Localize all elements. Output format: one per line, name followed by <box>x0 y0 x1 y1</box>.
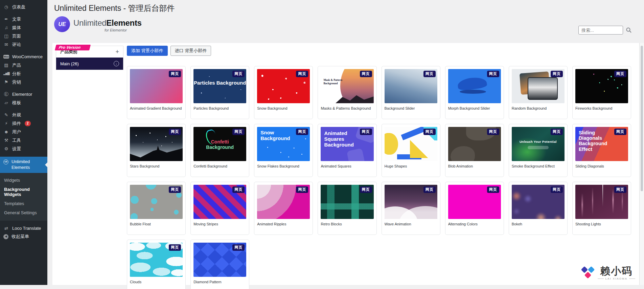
sidebar-item-posts[interactable]: ✒文章 <box>0 15 47 23</box>
download-category-icon[interactable]: ↓ <box>114 61 119 66</box>
sidebar-item-tools[interactable]: ⚒工具 <box>0 136 47 144</box>
search-icon[interactable] <box>626 27 632 33</box>
type-badge: 网页 <box>232 129 245 135</box>
brand-tagline: for Elementor <box>105 28 142 32</box>
widget-card[interactable]: 网页Animated Gradient Background <box>127 66 186 119</box>
sidebar-item-plugins[interactable]: ⚡插件2 <box>0 119 47 128</box>
sidebar-item-dashboard[interactable]: ◷仪表盘 <box>0 3 47 11</box>
sidebar-item-comments[interactable]: ✉评论 <box>0 40 47 49</box>
widget-thumbnail: 网页 <box>385 69 437 103</box>
widget-card[interactable]: 网页Animated Ripples <box>254 182 313 235</box>
type-badge: 网页 <box>487 71 499 77</box>
widget-thumbnail: 网页Snow Background <box>257 127 310 161</box>
sidebar-item-collapse-menu[interactable]: ◀收起菜单 <box>0 232 47 241</box>
widget-card[interactable]: 网页Retro Blocks <box>318 182 376 235</box>
sidebar-footer: ⇄Loco Translate◀收起菜单 <box>0 224 47 241</box>
widget-thumbnail: 网页 <box>512 69 565 103</box>
widget-card[interactable]: 网页Random Background <box>509 66 568 119</box>
sidebar-item-unlimited-elements[interactable]: UE Unlimited Elements <box>0 157 47 173</box>
type-badge: 网页 <box>551 186 563 193</box>
thumbnail-text: Unleash Your Potential <box>512 140 565 143</box>
admin-sidebar: ◷仪表盘✒文章♫媒体◫页面✉评论WooWooCommerce▤产品▂▅▇分析⚑营… <box>0 0 47 285</box>
add-background-widget-button[interactable]: 添加 背景小部件 <box>127 46 168 56</box>
sidebar-item-settings[interactable]: ⚙设置 <box>0 144 47 153</box>
sidebar-item-pages[interactable]: ◫页面 <box>0 32 47 40</box>
widget-card[interactable]: 网页Alternating Colors <box>445 182 504 235</box>
widget-thumbnail: 网页 <box>130 69 183 103</box>
widget-card[interactable]: 网页Blob Animation <box>445 124 504 177</box>
widget-card[interactable]: 网页Unleash Your PotentialSmoke Background… <box>509 124 568 177</box>
widget-card[interactable]: 网页Bokeh <box>509 182 568 235</box>
sidebar-item-loco-translate[interactable]: ⇄Loco Translate <box>0 224 47 232</box>
sidebar-item-appearance[interactable]: ✎外观 <box>0 111 47 119</box>
sidebar-submenu: WidgetsBackground WidgetsTemplatesGenera… <box>0 173 47 221</box>
sidebar-item-analytics[interactable]: ▂▅▇分析 <box>0 69 47 78</box>
submenu-item-background-widgets[interactable]: Background Widgets <box>0 185 47 199</box>
sidebar-item-users[interactable]: ☻用户 <box>0 128 47 136</box>
marketing-icon: ⚑ <box>3 80 9 84</box>
widget-card[interactable]: 网页Particles BackgroundParticles Backgrou… <box>190 66 249 119</box>
widget-thumbnail: 网页Mask & Pattern Background <box>321 69 373 103</box>
type-badge: 网页 <box>169 71 181 77</box>
woocommerce-icon: Woo <box>3 55 9 59</box>
sidebar-item-label: 模板 <box>12 100 21 106</box>
widget-card[interactable]: 网页ConfettiBackgroundConfetti Background <box>190 124 249 177</box>
sidebar-item-templates[interactable]: ▱模板 <box>0 98 47 107</box>
sidebar-item-label: 页面 <box>12 33 21 39</box>
widget-card[interactable]: 网页Moving Stripes <box>190 182 249 235</box>
widget-card[interactable]: 网页Animated Squares BackgroundAnimated Sq… <box>318 124 376 177</box>
sidebar-item-media[interactable]: ♫媒体 <box>0 23 47 32</box>
sidebar-menu-group: ✎外观⚡插件2☻用户⚒工具⚙设置 <box>0 111 47 153</box>
category-item-main[interactable]: Main (26) ↓ <box>56 58 123 70</box>
watermark-subtext: LAI XIAOMA <box>598 277 635 280</box>
sidebar-item-products[interactable]: ▤产品 <box>0 61 47 69</box>
widget-thumbnail: 网页Particles Background <box>193 69 246 103</box>
widget-card[interactable]: 网页Sliding Diagonals Background EffectSli… <box>572 124 631 177</box>
widget-card[interactable]: 网页Huge Shapes <box>382 124 440 177</box>
widget-label: Retro Blocks <box>321 222 373 226</box>
add-category-button[interactable]: + <box>115 49 119 55</box>
widget-card[interactable]: 网页Snow Background <box>254 66 313 119</box>
widget-thumbnail: 网页 <box>575 185 628 219</box>
loco-translate-icon: ⇄ <box>3 226 9 230</box>
submenu-item-templates[interactable]: Templates <box>0 199 47 208</box>
sidebar-item-label: 产品 <box>12 62 21 68</box>
watermark-text: 赖小码 <box>600 266 632 276</box>
scrollbar-thumb[interactable] <box>641 46 643 191</box>
type-badge: 网页 <box>296 186 308 193</box>
widget-thumbnail: 网页ConfettiBackground <box>193 127 246 161</box>
submenu-item-widgets[interactable]: Widgets <box>0 176 47 185</box>
widget-label: Blob Animation <box>448 164 501 168</box>
type-badge: 网页 <box>614 71 626 77</box>
sidebar-item-label: WooCommerce <box>12 54 43 59</box>
main-panel: 产品类别 + Main (26) ↓ 添加 背景小部件 进口 背景小部件 网页A… <box>52 43 639 285</box>
widget-label: Background Slider <box>385 106 437 110</box>
widget-card[interactable]: 网页Stars Background <box>127 124 186 177</box>
widget-card[interactable]: 网页Bubble Float <box>127 182 186 235</box>
widget-card[interactable]: 网页Mask & Pattern BackgroundMasks & Patte… <box>318 66 376 119</box>
sidebar-item-label: 文章 <box>12 16 21 22</box>
type-badge: 网页 <box>614 129 626 135</box>
widget-card[interactable]: 网页Snow BackgroundSnow Flakes Background <box>254 124 313 177</box>
widget-card[interactable]: 网页Clouds <box>127 240 186 289</box>
widget-card[interactable]: 网页Wave Animation <box>382 182 440 235</box>
widget-card[interactable]: 网页Morph Background Slider <box>445 66 504 119</box>
widget-card[interactable]: 网页Background Slider <box>382 66 440 119</box>
sidebar-menu: ◷仪表盘✒文章♫媒体◫页面✉评论WooWooCommerce▤产品▂▅▇分析⚑营… <box>0 3 47 153</box>
search-input[interactable] <box>578 26 623 35</box>
sidebar-menu-group: WooWooCommerce▤产品▂▅▇分析⚑营销 <box>0 52 47 86</box>
thumbnail-text: Particles Background <box>193 80 246 86</box>
widget-card[interactable]: 网页Shooting Lights <box>572 182 631 235</box>
widget-card[interactable]: 网页Diamond Pattern <box>190 240 249 289</box>
appearance-icon: ✎ <box>3 113 9 117</box>
submenu-item-general-settings[interactable]: General Settings <box>0 208 47 217</box>
widget-card[interactable]: 网页Fireworks Background <box>572 66 631 119</box>
settings-icon: ⚙ <box>3 147 9 151</box>
sidebar-item-label: 工具 <box>12 137 21 143</box>
sidebar-item-marketing[interactable]: ⚑营销 <box>0 78 47 86</box>
sidebar-item-woocommerce[interactable]: WooWooCommerce <box>0 52 47 61</box>
import-background-widget-button[interactable]: 进口 背景小部件 <box>170 46 211 56</box>
vertical-scrollbar[interactable] <box>639 43 644 285</box>
sidebar-item-elementor[interactable]: ⒺElementor <box>0 90 47 98</box>
widget-thumbnail: 网页 <box>257 69 310 103</box>
